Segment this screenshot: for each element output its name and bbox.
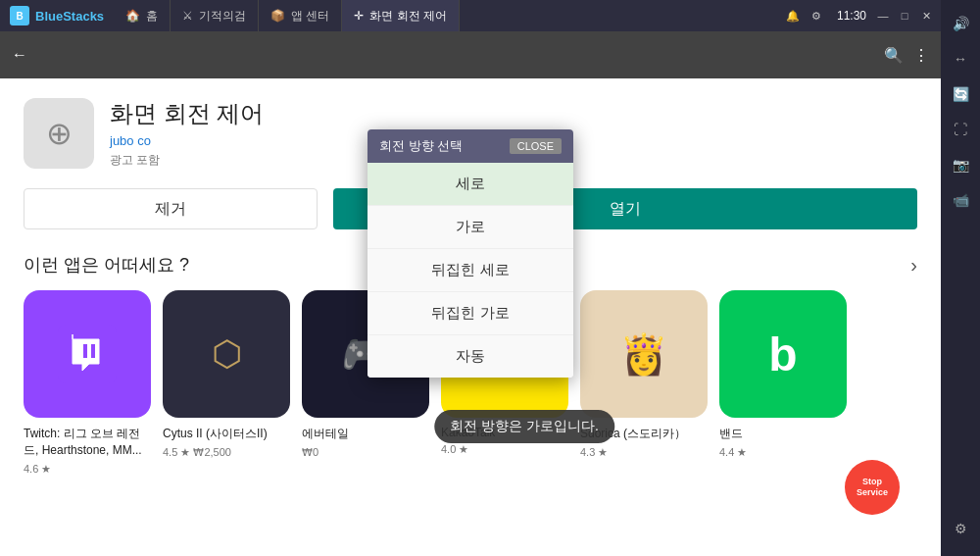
logo-icon: B	[10, 6, 29, 25]
rotation-option-portrait-flipped[interactable]: 뒤집힌 세로	[368, 249, 573, 292]
title-bar: B BlueStacks 🏠 홈 ⚔ 기적의검 📦 앱 센터 ✛ 화면 회전 제…	[0, 0, 941, 31]
home-tab-icon: 🏠	[125, 9, 140, 23]
window-controls: 🔔 ⚙ 11:30 — □ ✕	[784, 7, 941, 25]
appcenter-tab-label: 앱 센터	[291, 8, 329, 25]
tab-home[interactable]: 🏠 홈	[114, 0, 171, 31]
resize-icon[interactable]: ↔	[945, 43, 976, 75]
rotation-tooltip: 회전 방향은 가로입니다.	[434, 410, 614, 443]
tab-appcenter[interactable]: 📦 앱 센터	[259, 0, 342, 31]
app-icon: ⊕	[24, 98, 94, 169]
settings-sidebar-icon[interactable]: ⚙	[945, 513, 976, 544]
app-card-rating-band: 4.4 ★	[719, 446, 847, 459]
action-bar: ← 🔍 ⋮	[0, 31, 941, 78]
app-card-name-band: 밴드	[719, 426, 847, 442]
app-card-rating-eve: ₩0	[302, 446, 429, 459]
rotation-dialog-title: 회전 방향 선택	[379, 137, 463, 155]
rotation-option-auto[interactable]: 자동	[368, 335, 573, 378]
rotation-close-button[interactable]: CLOSE	[510, 138, 562, 154]
right-sidebar: 🔊 ↔ 🔄 ⛶ 📷 📹 ⚙	[941, 0, 980, 556]
tab-game[interactable]: ⚔ 기적의검	[171, 0, 259, 31]
list-item[interactable]: ⬡ Cytus II (사이터스II) 4.5 ★ ₩2,500	[163, 290, 290, 476]
more-button[interactable]: ⋮	[913, 46, 929, 65]
list-item[interactable]: 👸 Sdorica (스도리카） 4.3 ★	[580, 290, 708, 476]
stop-service-button[interactable]: StopService	[845, 460, 900, 515]
brand-logo: B BlueStacks	[0, 6, 114, 25]
app-card-rating-sdorica: 4.3 ★	[580, 446, 708, 459]
app-developer: jubo co	[110, 133, 264, 148]
brand-name: BlueStacks	[35, 9, 104, 24]
settings-icon[interactable]: ⚙	[808, 7, 825, 25]
app-card-icon-sdorica: 👸	[580, 290, 708, 418]
tooltip-text: 회전 방향은 가로입니다.	[450, 418, 599, 433]
screenshot-icon[interactable]: 📷	[945, 149, 976, 180]
game-tab-icon: ⚔	[182, 9, 193, 23]
rotation-dialog-header: 회전 방향 선택 CLOSE	[368, 129, 573, 163]
remove-button[interactable]: 제거	[24, 188, 318, 229]
list-item[interactable]: b 밴드 4.4 ★	[719, 290, 847, 476]
stop-service-label: StopService	[857, 477, 888, 498]
game-tab-label: 기적의검	[199, 8, 246, 25]
svg-rect-1	[83, 344, 87, 358]
rotation-option-landscape-flipped[interactable]: 뒤집힌 가로	[368, 292, 573, 335]
back-button[interactable]: ←	[12, 46, 27, 64]
app-card-rating-kakao: 4.0 ★	[441, 443, 568, 456]
app-card-icon-band: b	[719, 290, 847, 418]
list-item[interactable]: Twitch: 리그 오브 레전드, Hearthstone, MM... 4.…	[24, 290, 151, 476]
main-area: ← 🔍 ⋮ ⊕ 화면 회전 제어 jubo co 광고 포함 제거 열기 이런 …	[0, 31, 941, 556]
minimize-button[interactable]: —	[874, 7, 892, 25]
section-title-text: 이런 앱은 어떠세요 ?	[24, 253, 189, 277]
app-card-rating-twitch: 4.6 ★	[24, 463, 151, 476]
app-info: 화면 회전 제어 jubo co 광고 포함	[110, 98, 264, 169]
video-icon[interactable]: 📹	[945, 184, 976, 216]
app-icon-symbol: ⊕	[46, 115, 73, 152]
rotate-icon[interactable]: 🔄	[945, 78, 976, 110]
app-title: 화면 회전 제어	[110, 98, 264, 129]
close-button[interactable]: ✕	[917, 7, 935, 25]
app-ad-label: 광고 포함	[110, 152, 264, 169]
clock: 11:30	[837, 9, 866, 23]
app-card-icon-twitch	[24, 290, 151, 418]
rotation-option-portrait[interactable]: 세로	[368, 163, 573, 206]
app-card-rating-cytus: 4.5 ★ ₩2,500	[163, 446, 290, 459]
appcenter-tab-icon: 📦	[270, 9, 285, 23]
svg-rect-2	[91, 344, 95, 358]
search-button[interactable]: 🔍	[884, 46, 904, 65]
app-card-name-cytus: Cytus II (사이터스II)	[163, 426, 290, 442]
home-tab-label: 홈	[146, 8, 158, 25]
volume-icon[interactable]: 🔊	[945, 8, 976, 39]
maximize-button[interactable]: □	[896, 7, 913, 25]
rotation-option-landscape[interactable]: 가로	[368, 206, 573, 249]
notification-icon[interactable]: 🔔	[784, 7, 802, 25]
rotation-dialog: 회전 방향 선택 CLOSE 세로 가로 뒤집힌 세로 뒤집힌 가로 자동	[368, 129, 573, 378]
rotation-tab-label: 화면 회전 제어	[369, 8, 447, 25]
app-card-name-eve: 에버테일	[302, 426, 429, 442]
tab-rotation[interactable]: ✛ 화면 회전 제어	[342, 0, 460, 31]
section-arrow-icon[interactable]: ›	[910, 254, 917, 277]
rotation-tab-icon: ✛	[354, 9, 364, 23]
app-card-icon-cytus: ⬡	[163, 290, 290, 418]
app-card-name-twitch: Twitch: 리그 오브 레전드, Hearthstone, MM...	[24, 426, 151, 459]
fullscreen-icon[interactable]: ⛶	[945, 114, 976, 145]
